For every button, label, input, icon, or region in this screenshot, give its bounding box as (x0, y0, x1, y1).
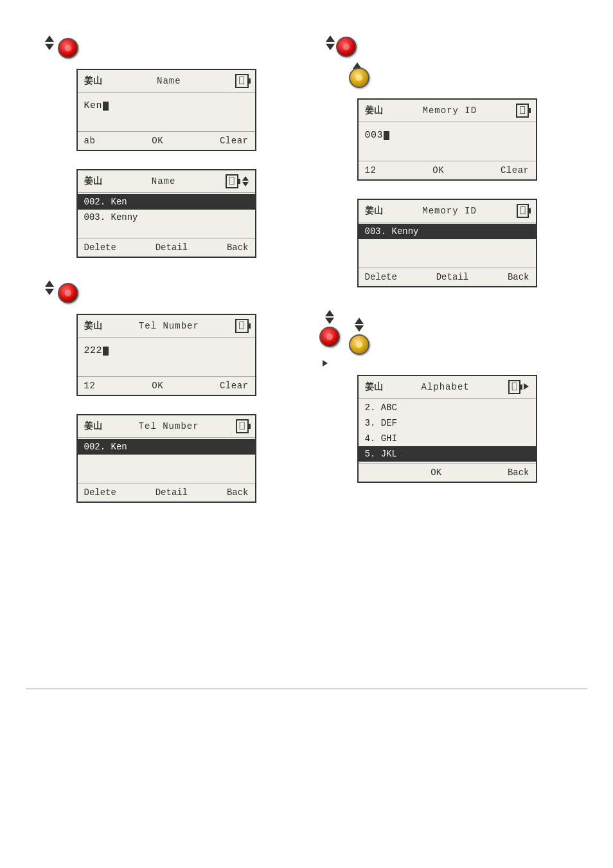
memory-id-list-body: 003. Kenny (359, 222, 536, 267)
footer-detail-1[interactable]: Detail (155, 242, 188, 253)
list-arrow-down-1 (242, 182, 249, 186)
alphabet-footer: OK Back (359, 463, 536, 482)
nav-control-4 (319, 310, 369, 366)
name-entry-body: Ken (78, 93, 255, 131)
cursor-1 (103, 102, 109, 111)
footer-ok-1[interactable]: OK (152, 136, 163, 146)
name-entry-panel: 姜山 Name ⎕ Ken ab OK Clear (76, 69, 256, 151)
arrow-up-icon-4a (325, 310, 334, 316)
name-list-footer: Delete Detail Back (78, 238, 255, 257)
signal-icon-3: 姜山 (84, 320, 103, 332)
tel-entry-panel: 姜山 Tel Number ⎕ 222 12 OK Clear (76, 314, 256, 396)
arrow-down-icon-4a (325, 318, 334, 324)
nav-control-1 (45, 35, 78, 60)
tel-list-title: Tel Number (139, 421, 199, 431)
footer-12-2[interactable]: 12 (84, 381, 96, 391)
ok-button-circle-1[interactable] (58, 38, 78, 59)
name-list-panel: 姜山 Name ⎕ 002. Ken 003. Kenny Delete Det… (76, 169, 256, 258)
arrow-down-icon-1 (45, 44, 54, 50)
tel-list-body: 002. Ken (78, 438, 255, 483)
tel-entry-footer: 12 OK Clear (78, 376, 255, 395)
footer-back-2[interactable]: Back (227, 487, 249, 498)
bottom-divider (26, 689, 587, 689)
footer-ok-2[interactable]: OK (152, 381, 163, 391)
arrow-down-icon-3 (326, 44, 335, 50)
footer-delete-r2[interactable]: Delete (365, 272, 397, 282)
name-entry-header: 姜山 Name ⎕ (78, 70, 255, 93)
name-title-1: Name (157, 76, 181, 86)
nav-circle-4b[interactable] (349, 334, 369, 355)
name-list-body: 002. Ken 003. Kenny (78, 193, 255, 238)
list-item[interactable]: 5. JKL (359, 446, 536, 462)
list-item[interactable]: 002. Ken (78, 194, 255, 210)
arrow-up-icon-1 (45, 35, 54, 42)
arrow-up-icon-3 (326, 35, 335, 42)
footer-detail-r2[interactable]: Detail (436, 272, 468, 282)
memory-id-entry-panel: 姜山 Memory ID ⎕ 003 12 OK Clear (357, 98, 537, 181)
battery-icon-r1: ⎕ (516, 104, 529, 118)
tel-list-panel: 姜山 Tel Number ⎕ 002. Ken Delete Detail B… (76, 414, 256, 503)
memory-id-header: 姜山 Memory ID ⎕ (359, 100, 536, 122)
battery-icon-2: ⎕ (226, 174, 238, 188)
footer-delete-1[interactable]: Delete (84, 242, 116, 253)
memory-id-footer: 12 OK Clear (359, 161, 536, 179)
name-value-1: Ken (84, 100, 249, 111)
name-list-header: 姜山 Name ⎕ (78, 170, 255, 193)
list-item[interactable]: 4. GHI (359, 431, 536, 446)
list-item[interactable]: 2. ABC (359, 400, 536, 415)
memory-id-list-panel: 姜山 Memory ID ⎕ 003. Kenny Delete Detail … (357, 199, 537, 287)
battery-icon-1: ⎕ (235, 74, 248, 88)
footer-clear-1[interactable]: Clear (220, 136, 249, 146)
name-list-title: Name (152, 176, 176, 186)
list-item[interactable]: 002. Ken (78, 439, 255, 455)
arrow-up-icon-2 (45, 280, 54, 287)
memory-id-list-footer: Delete Detail Back (359, 267, 536, 286)
alphabet-header: 姜山 Alphabet ⎕ (359, 376, 536, 399)
cursor-r1 (384, 131, 389, 140)
signal-icon-r3: 姜山 (365, 381, 383, 393)
footer-back-r2[interactable]: Back (508, 272, 529, 282)
footer-ok-r3[interactable]: OK (431, 467, 441, 478)
tel-entry-body: 222 (78, 338, 255, 376)
memory-id-title: Memory ID (423, 105, 477, 116)
footer-12-r1[interactable]: 12 (365, 165, 377, 176)
footer-back-1[interactable]: Back (227, 242, 249, 253)
footer-back-r3[interactable]: Back (508, 467, 529, 478)
list-item[interactable]: 003. Kenny (78, 210, 255, 225)
tel-list-header: 姜山 Tel Number ⎕ (78, 415, 255, 438)
name-entry-footer: ab OK Clear (78, 131, 255, 150)
signal-icon-r2: 姜山 (365, 205, 383, 217)
list-item[interactable]: 3. DEF (359, 415, 536, 431)
nav-circle-outline-3[interactable] (349, 68, 369, 88)
arrow-up-icon-4b (355, 318, 364, 324)
alphabet-title: Alphabet (421, 382, 469, 392)
footer-ok-r1[interactable]: OK (432, 165, 444, 176)
footer-clear-2[interactable]: Clear (220, 381, 249, 391)
battery-icon-r3: ⎕ (508, 380, 521, 394)
memory-id-list-header: 姜山 Memory ID ⎕ (359, 200, 536, 222)
footer-clear-r1[interactable]: Clear (501, 165, 529, 176)
alphabet-list-body: 2. ABC 3. DEF 4. GHI 5. JKL (359, 399, 536, 463)
footer-detail-2[interactable]: Detail (155, 487, 188, 498)
cursor-2 (103, 347, 109, 356)
footer-ab-1[interactable]: ab (84, 136, 96, 146)
battery-arrow-icon (524, 383, 529, 390)
signal-icon-2: 姜山 (84, 176, 102, 187)
signal-icon-4: 姜山 (84, 420, 102, 432)
battery-icon-4: ⎕ (236, 419, 249, 433)
battery-icon-3: ⎕ (235, 319, 248, 333)
ok-button-circle-4a[interactable] (319, 327, 340, 347)
alphabet-list-panel: 姜山 Alphabet ⎕ 2. ABC 3. DEF 4. GHI 5. JK… (357, 375, 537, 483)
list-item[interactable]: 003. Kenny (359, 224, 536, 239)
signal-icon-1: 姜山 (84, 75, 103, 87)
list-arrow-up-1 (242, 176, 249, 181)
memory-id-list-title: Memory ID (422, 206, 477, 216)
ok-button-circle-3[interactable] (336, 37, 357, 57)
arrow-right-icon-4 (323, 360, 328, 366)
arrow-down-icon-2 (45, 289, 54, 295)
nav-control-2 (45, 280, 78, 305)
ok-button-circle-2[interactable] (58, 283, 78, 303)
memory-id-body: 003 (359, 122, 536, 161)
tel-value: 222 (84, 345, 249, 356)
footer-delete-2[interactable]: Delete (84, 487, 116, 498)
